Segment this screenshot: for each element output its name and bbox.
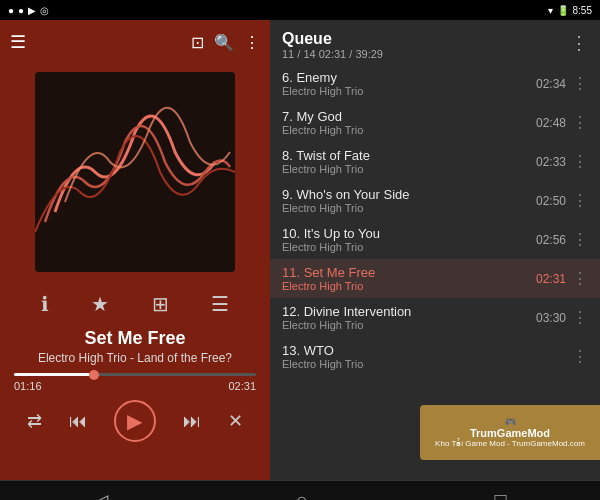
- album-art: [35, 72, 235, 272]
- queue-item[interactable]: 12. Divine Intervention Electro High Tri…: [270, 298, 600, 337]
- queue-item-info: 6. Enemy Electro High Trio: [282, 70, 536, 97]
- queue-item-artist: Electro High Trio: [282, 280, 536, 292]
- current-time: 01:16: [14, 380, 42, 392]
- time-row: 01:16 02:31: [0, 378, 270, 394]
- queue-item-duration: 03:30: [536, 311, 566, 325]
- queue-item-more-icon[interactable]: ⋮: [572, 191, 588, 210]
- next-button[interactable]: ⏭: [183, 411, 201, 432]
- queue-item-title: 6. Enemy: [282, 70, 536, 85]
- bottom-nav: ◁ ○ □: [0, 480, 600, 500]
- watermark-sub: Kho Tải Game Mod - TrumGameMod.com: [435, 439, 585, 448]
- queue-item-more-icon[interactable]: ⋮: [572, 152, 588, 171]
- status-right-icons: ▾ 🔋 8:55: [548, 5, 592, 16]
- queue-item-info: 11. Set Me Free Electro High Trio: [282, 265, 536, 292]
- queue-item-artist: Electro High Trio: [282, 163, 536, 175]
- queue-item[interactable]: 10. It's Up to You Electro High Trio 02:…: [270, 220, 600, 259]
- queue-item-artist: Electro High Trio: [282, 358, 566, 370]
- left-panel: ☰ ⊡ 🔍 ⋮ ℹ ★ ⊞ ☰ Set Me Free Electro High…: [0, 20, 270, 480]
- queue-item-info: 13. WTO Electro High Trio: [282, 343, 566, 370]
- watermark: 🎮 TrumGameMod Kho Tải Game Mod - TrumGam…: [420, 405, 600, 460]
- action-icons: ℹ ★ ⊞ ☰: [0, 284, 270, 324]
- queue-item[interactable]: 9. Who's on Your Side Electro High Trio …: [270, 181, 600, 220]
- queue-item-title: 10. It's Up to You: [282, 226, 536, 241]
- queue-item-title: 9. Who's on Your Side: [282, 187, 536, 202]
- status-icon-2: ●: [18, 5, 24, 16]
- queue-item[interactable]: 7. My God Electro High Trio 02:48 ⋮: [270, 103, 600, 142]
- repeat-button[interactable]: ✕: [228, 410, 243, 432]
- search-icon[interactable]: 🔍: [214, 33, 234, 52]
- progress-track[interactable]: [14, 373, 256, 376]
- queue-item-more-icon[interactable]: ⋮: [572, 308, 588, 327]
- equalizer-icon[interactable]: ⊞: [152, 292, 169, 316]
- queue-item-duration: 02:50: [536, 194, 566, 208]
- queue-item-duration: 02:31: [536, 272, 566, 286]
- play-button[interactable]: ▶: [114, 400, 156, 442]
- back-nav-icon[interactable]: ◁: [93, 489, 108, 501]
- queue-header-info: Queue 11 / 14 02:31 / 39:29: [282, 30, 383, 60]
- queue-item-title: 11. Set Me Free: [282, 265, 536, 280]
- queue-item-info: 8. Twist of Fate Electro High Trio: [282, 148, 536, 175]
- queue-item-artist: Electro High Trio: [282, 241, 536, 253]
- left-toolbar: ☰ ⊡ 🔍 ⋮: [0, 20, 270, 64]
- queue-item[interactable]: 13. WTO Electro High Trio ⋮: [270, 337, 600, 376]
- status-icon-3: ▶: [28, 5, 36, 16]
- track-subtitle: Electro High Trio - Land of the Free?: [0, 351, 270, 373]
- queue-item-artist: Electro High Trio: [282, 202, 536, 214]
- queue-title: Queue: [282, 30, 383, 48]
- queue-item-info: 12. Divine Intervention Electro High Tri…: [282, 304, 536, 331]
- status-icon-1: ●: [8, 5, 14, 16]
- queue-item-more-icon[interactable]: ⋮: [572, 230, 588, 249]
- prev-button[interactable]: ⏮: [69, 411, 87, 432]
- status-left-icons: ● ● ▶ ◎: [8, 5, 49, 16]
- queue-more-icon[interactable]: ⋮: [570, 32, 588, 54]
- progress-fill: [14, 373, 94, 376]
- playback-controls: ⇄ ⏮ ▶ ⏭ ✕: [0, 394, 270, 450]
- queue-icon[interactable]: ☰: [211, 292, 229, 316]
- queue-item-duration: 02:56: [536, 233, 566, 247]
- queue-item-title: 8. Twist of Fate: [282, 148, 536, 163]
- queue-item-artist: Electro High Trio: [282, 85, 536, 97]
- status-bar: ● ● ▶ ◎ ▾ 🔋 8:55: [0, 0, 600, 20]
- queue-item[interactable]: 6. Enemy Electro High Trio 02:34 ⋮: [270, 64, 600, 103]
- queue-item-info: 7. My God Electro High Trio: [282, 109, 536, 136]
- track-title: Set Me Free: [0, 324, 270, 351]
- recents-nav-icon[interactable]: □: [494, 489, 506, 500]
- queue-item-duration: 02:33: [536, 155, 566, 169]
- queue-header: Queue 11 / 14 02:31 / 39:29 ⋮: [270, 20, 600, 64]
- queue-item-artist: Electro High Trio: [282, 124, 536, 136]
- queue-item-more-icon[interactable]: ⋮: [572, 347, 588, 366]
- queue-item-duration: 02:34: [536, 77, 566, 91]
- hamburger-icon[interactable]: ☰: [10, 31, 26, 53]
- queue-meta: 11 / 14 02:31 / 39:29: [282, 48, 383, 60]
- queue-item[interactable]: 8. Twist of Fate Electro High Trio 02:33…: [270, 142, 600, 181]
- total-time: 02:31: [228, 380, 256, 392]
- status-icon-4: ◎: [40, 5, 49, 16]
- star-icon[interactable]: ★: [91, 292, 109, 316]
- shuffle-button[interactable]: ⇄: [27, 410, 42, 432]
- queue-item-more-icon[interactable]: ⋮: [572, 269, 588, 288]
- queue-item-title: 12. Divine Intervention: [282, 304, 536, 319]
- more-icon[interactable]: ⋮: [244, 33, 260, 52]
- queue-item-info: 10. It's Up to You Electro High Trio: [282, 226, 536, 253]
- home-nav-icon[interactable]: ○: [295, 489, 307, 500]
- queue-item[interactable]: 11. Set Me Free Electro High Trio 02:31 …: [270, 259, 600, 298]
- time-display: 8:55: [573, 5, 592, 16]
- progress-container[interactable]: [0, 373, 270, 376]
- watermark-logo: 🎮: [505, 417, 516, 427]
- battery-icon: 🔋: [557, 5, 569, 16]
- info-icon[interactable]: ℹ: [41, 292, 49, 316]
- queue-item-title: 7. My God: [282, 109, 536, 124]
- queue-item-more-icon[interactable]: ⋮: [572, 74, 588, 93]
- queue-item-artist: Electro High Trio: [282, 319, 536, 331]
- progress-thumb: [89, 370, 99, 380]
- watermark-title: TrumGameMod: [470, 427, 550, 439]
- queue-item-info: 9. Who's on Your Side Electro High Trio: [282, 187, 536, 214]
- queue-item-title: 13. WTO: [282, 343, 566, 358]
- queue-item-duration: 02:48: [536, 116, 566, 130]
- wifi-icon: ▾: [548, 5, 553, 16]
- queue-item-more-icon[interactable]: ⋮: [572, 113, 588, 132]
- cast-icon[interactable]: ⊡: [191, 33, 204, 52]
